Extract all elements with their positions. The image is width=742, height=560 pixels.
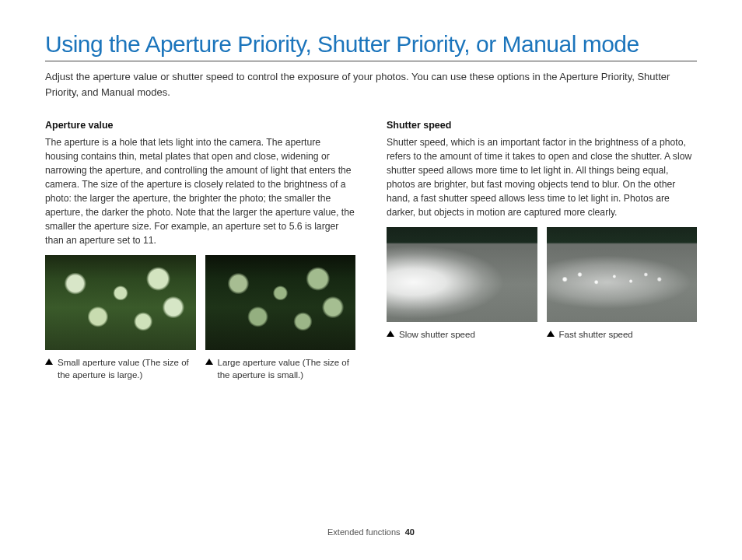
plant-photo-dark: [205, 255, 356, 350]
triangle-up-icon: [45, 359, 53, 365]
caption-text: Slow shutter speed: [399, 328, 475, 341]
shutter-figure-slow: Slow shutter speed: [387, 227, 537, 341]
aperture-column: Aperture value The aperture is a hole th…: [45, 120, 355, 382]
aperture-heading: Aperture value: [45, 120, 355, 131]
shutter-column: Shutter speed Shutter speed, which is an…: [387, 120, 697, 382]
caption-text: Fast shutter speed: [559, 328, 633, 341]
page-content: Using the Aperture Priority, Shutter Pri…: [0, 0, 742, 382]
footer-section: Extended functions: [327, 527, 401, 537]
caption: Fast shutter speed: [547, 328, 698, 341]
two-column-layout: Aperture value The aperture is a hole th…: [45, 120, 697, 382]
caption: Slow shutter speed: [387, 328, 537, 341]
page-title: Using the Aperture Priority, Shutter Pri…: [45, 31, 697, 61]
aperture-figure-small-value: Small aperture value (The size of the ap…: [45, 255, 196, 381]
caption-text: Large aperture value (The size of the ap…: [218, 356, 356, 381]
shutter-figure-fast: Fast shutter speed: [547, 227, 698, 341]
fountain-photo-slow: [387, 227, 537, 322]
plant-photo-bright: [45, 255, 196, 350]
footer-page-number: 40: [405, 527, 415, 537]
aperture-image-row: Small aperture value (The size of the ap…: [45, 255, 355, 381]
aperture-figure-large-value: Large aperture value (The size of the ap…: [205, 255, 356, 381]
shutter-body: Shutter speed, which is an important fac…: [387, 135, 697, 219]
page-footer: Extended functions 40: [0, 527, 742, 537]
triangle-up-icon: [205, 359, 213, 365]
intro-paragraph: Adjust the aperture value or shutter spe…: [45, 69, 697, 100]
triangle-up-icon: [547, 331, 555, 337]
fountain-photo-fast: [547, 227, 698, 322]
caption: Large aperture value (The size of the ap…: [205, 356, 356, 381]
aperture-body: The aperture is a hole that lets light i…: [45, 135, 355, 247]
triangle-up-icon: [387, 331, 394, 337]
shutter-image-row: Slow shutter speed Fast shutter speed: [387, 227, 697, 341]
caption-text: Small aperture value (The size of the ap…: [58, 356, 196, 381]
shutter-heading: Shutter speed: [387, 120, 697, 131]
caption: Small aperture value (The size of the ap…: [45, 356, 196, 381]
